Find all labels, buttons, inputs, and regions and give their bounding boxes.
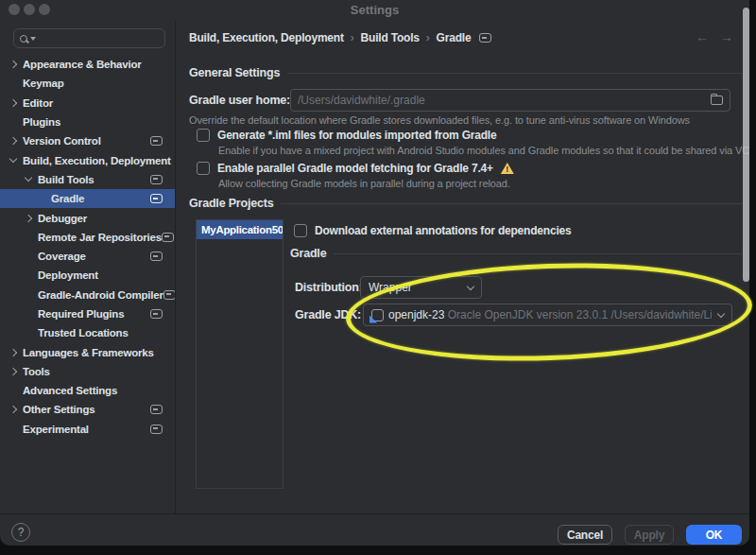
sidebar-item-plugins[interactable]: Plugins [0,113,175,131]
gradle-subsection-title: Gradle [290,247,326,260]
vertical-scrollbar[interactable] [743,8,749,282]
sidebar-item-label: Languages & Frameworks [23,347,154,358]
sidebar-item-label: Experimental [23,424,89,435]
general-settings-header: General Settings [189,66,742,79]
sidebar-item-keymap[interactable]: Keymap [0,74,175,93]
breadcrumb-item[interactable]: Build Tools [361,31,420,44]
window-title: Settings [0,3,749,17]
sidebar-item-label: Deployment [38,269,98,281]
chevron-collapsed-icon[interactable] [9,61,17,68]
chevron-expanded-icon[interactable] [25,174,32,182]
sidebar-item-coverage[interactable]: Coverage [0,247,175,266]
sidebar-item-remote-jar-repositories[interactable]: Remote Jar Repositories [0,228,175,247]
download-annotations-row: Download external annotations for depend… [294,224,572,237]
warning-icon [501,163,514,174]
sidebar-item-label: Tools [23,366,50,377]
cancel-button[interactable]: Cancel [558,525,612,545]
sidebar-item-other-settings[interactable]: Other Settings [0,400,175,419]
project-item-myapplication50[interactable]: MyApplication50 [197,220,283,239]
sidebar-tree: Appearance & BehaviorKeymapEditorPlugins… [0,55,175,439]
search-options-chevron-icon[interactable] [30,37,36,41]
sidebar-item-build-execution-deployment[interactable]: Build, Execution, Deployment [0,150,175,169]
sidebar-item-gradle-android-compiler[interactable]: Gradle-Android Compiler [0,286,175,304]
sidebar-item-debugger[interactable]: Debugger [0,208,175,227]
sidebar-item-label: Keymap [23,78,64,89]
forward-icon[interactable]: → [720,29,733,44]
chevron-expanded-icon[interactable] [9,155,17,163]
parallel-fetch-label[interactable]: Enable parallel Gradle model fetching fo… [217,162,493,175]
sidebar-item-languages-frameworks[interactable]: Languages & Frameworks [0,342,175,361]
configurable-badge-icon [150,175,163,184]
generate-iml-help: Enable if you have a mixed project with … [218,145,749,156]
generate-iml-checkbox[interactable] [197,129,210,142]
chevron-collapsed-icon[interactable] [9,406,17,413]
chevron-collapsed-icon[interactable] [9,348,17,356]
sidebar-item-label: Trusted Locations [38,327,129,338]
back-icon[interactable]: ← [696,29,709,44]
settings-dialog: Settings Appearance & BehaviorKeymapEdit… [0,0,749,546]
sidebar-item-build-tools[interactable]: Build Tools [0,170,175,189]
sidebar-item-version-control[interactable]: Version Control [0,131,175,150]
download-annotations-checkbox[interactable] [294,224,307,237]
sidebar-item-tools[interactable]: Tools [0,362,175,381]
distribution-label: Distribution: [295,281,363,294]
sidebar-item-label: Appearance & Behavior [23,59,142,70]
sidebar-item-label: Plugins [23,116,60,128]
breadcrumb: Build, Execution, Deployment › Build Too… [189,31,491,44]
gradle-subsection-header: Gradle [290,247,742,260]
sidebar-item-label: Gradle-Android Compiler [38,289,163,301]
chevron-down-icon [467,282,474,289]
parallel-fetch-help: Allow collecting Gradle models in parall… [218,178,510,189]
breadcrumb-item[interactable]: Gradle [437,31,472,44]
configurable-badge-icon [150,425,163,434]
sidebar-item-required-plugins[interactable]: Required Plugins [0,304,175,323]
sidebar-item-label: Build Tools [38,174,94,185]
sidebar-item-editor[interactable]: Editor [0,94,175,113]
sidebar-item-deployment[interactable]: Deployment [0,266,175,285]
configurable-badge-icon [162,233,174,242]
general-settings-title: General Settings [189,66,280,79]
search-icon [20,35,27,43]
gradle-user-home-field[interactable] [290,89,730,112]
ok-button[interactable]: OK [686,525,742,545]
chevron-collapsed-icon[interactable] [9,368,17,375]
sidebar-item-label: Other Settings [23,404,94,415]
gradle-user-home-input[interactable] [298,94,705,107]
configurable-badge-icon [150,136,163,146]
gradle-projects-list: MyApplication50 [196,219,284,489]
help-button[interactable]: ? [11,523,30,542]
configurable-badge-icon [150,405,163,414]
jdk-icon [371,309,384,321]
sidebar-item-label: Coverage [38,251,86,262]
chevron-collapsed-icon[interactable] [9,98,17,106]
distribution-select[interactable]: Wrapper [360,276,482,299]
configurable-badge-icon [163,290,176,300]
configurable-badge-icon [150,251,163,261]
footer-divider [0,513,749,514]
chevron-down-icon [717,309,725,317]
chevron-collapsed-icon[interactable] [9,137,17,145]
configurable-badge-icon [479,33,491,43]
chevron-collapsed-icon[interactable] [25,214,32,221]
settings-search[interactable] [13,28,165,48]
breadcrumb-item[interactable]: Build, Execution, Deployment [189,31,344,44]
gradle-jdk-select[interactable]: openjdk-23 Oracle OpenJDK version 23.0.1… [363,304,732,326]
apply-button[interactable]: Apply [625,525,674,545]
sidebar-item-label: Debugger [38,213,87,224]
generate-iml-label[interactable]: Generate *.iml files for modules importe… [217,129,496,142]
folder-icon[interactable] [711,95,723,105]
sidebar-item-advanced-settings[interactable]: Advanced Settings [0,381,175,400]
sidebar-item-trusted-locations[interactable]: Trusted Locations [0,323,175,342]
configurable-badge-icon [150,309,163,319]
gradle-user-home-label: Gradle user home: [189,94,290,107]
sidebar-item-gradle[interactable]: Gradle [0,189,175,208]
sidebar-item-label: Required Plugins [38,308,124,320]
search-input[interactable] [39,32,159,45]
sidebar-item-experimental[interactable]: Experimental [0,420,175,439]
sidebar-item-appearance-behavior[interactable]: Appearance & Behavior [0,55,175,74]
download-annotations-label[interactable]: Download external annotations for depend… [315,224,572,237]
sidebar-item-label: Build, Execution, Deployment [23,155,171,166]
parallel-fetch-checkbox[interactable] [197,162,210,175]
sidebar-item-label: Version Control [23,135,101,147]
sidebar-item-label: Editor [23,97,53,109]
